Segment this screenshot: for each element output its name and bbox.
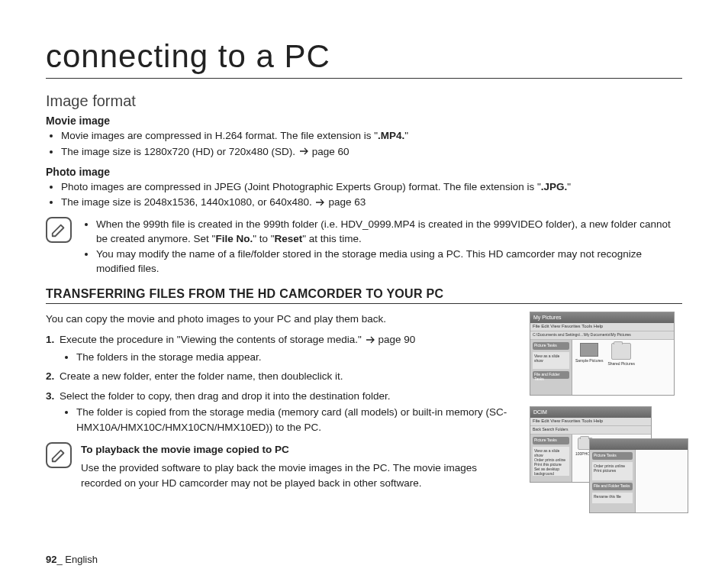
window-menubar: File Edit View Favorites Tools Help bbox=[530, 323, 674, 331]
window-titlebar: DCIM bbox=[530, 407, 651, 418]
text: " bbox=[567, 181, 571, 192]
photo-image-bullets: Photo images are compressed in JPEG (Joi… bbox=[46, 179, 682, 211]
screenshot-my-pictures: My Pictures File Edit View Favorites Too… bbox=[530, 312, 675, 396]
language-label: English bbox=[63, 554, 98, 565]
text: The image size is 1280x720 (HD) or 720x4… bbox=[61, 146, 298, 157]
bold-text: .MP4. bbox=[378, 130, 404, 141]
screenshot-stack: DCIM File Edit View Favorites Tools Help… bbox=[530, 406, 682, 536]
page-ref-arrow-icon bbox=[316, 196, 327, 211]
window-titlebar bbox=[590, 439, 688, 450]
movie-bullet-2: The image size is 1280x720 (HD) or 720x4… bbox=[61, 144, 682, 160]
page-footer: 92_ English bbox=[46, 554, 98, 565]
movie-image-label: Movie image bbox=[46, 115, 682, 127]
window-toolbar: Back Search Folders bbox=[530, 426, 651, 435]
sidebar-panel-header: Picture Tasks bbox=[533, 342, 569, 350]
text: When the 999th file is created in the 99… bbox=[96, 218, 671, 245]
separator: _ bbox=[56, 554, 62, 565]
thumbnail-icon bbox=[580, 343, 598, 357]
step-2: 2. Create a new folder, enter the folder… bbox=[46, 369, 516, 384]
step-num: 3. bbox=[46, 389, 54, 404]
note-content: To playback the movie image copied to PC… bbox=[81, 442, 516, 490]
playback-note-title: To playback the movie image copied to PC bbox=[81, 442, 516, 457]
sidebar-panel-header: File and Folder Tasks bbox=[592, 483, 633, 490]
sidebar-panel-header: Picture Tasks bbox=[592, 452, 633, 460]
transfer-intro: You can copy the movie and photo images … bbox=[46, 312, 516, 327]
task-item: View as a slide show bbox=[534, 448, 568, 457]
sidebar-panel-header: File and Folder Tasks bbox=[533, 371, 569, 379]
step-text: Create a new folder, enter the folder na… bbox=[60, 370, 343, 382]
note-item-2: You may modify the name of a file/folder… bbox=[96, 247, 682, 276]
note-pencil-icon bbox=[46, 217, 72, 243]
photo-bullet-2: The image size is 2048x1536, 1440x1080, … bbox=[61, 195, 682, 210]
photo-image-label: Photo image bbox=[46, 166, 682, 178]
page-ref-arrow-icon bbox=[300, 144, 311, 160]
note-box-2: To playback the movie image copied to PC… bbox=[46, 442, 516, 490]
sidebar-panel-body: Order prints online Print pictures bbox=[592, 462, 633, 480]
sidebar-panel-header: Picture Tasks bbox=[533, 437, 569, 444]
photo-bullet-1: Photo images are compressed in JPEG (Joi… bbox=[61, 179, 682, 195]
window-addressbar: C:\Documents and Settings\...\My Documen… bbox=[530, 331, 674, 340]
bold-text: .JPG. bbox=[541, 181, 568, 192]
explorer-main: Sample Pictures Shared Pictures bbox=[572, 340, 674, 395]
text: " bbox=[404, 130, 408, 141]
step-num: 1. bbox=[46, 332, 54, 347]
item-label: Sample Pictures bbox=[575, 358, 603, 363]
page-ref-arrow-icon bbox=[366, 333, 377, 348]
task-item: Print pictures bbox=[594, 468, 631, 473]
window-title: My Pictures bbox=[533, 315, 562, 320]
sidebar-panel-body: Rename this file bbox=[592, 493, 633, 503]
folder-icon bbox=[611, 343, 631, 360]
sidebar-panel-body: View as a slide show bbox=[533, 352, 569, 369]
text: Photo images are compressed in JPEG (Joi… bbox=[61, 181, 541, 192]
explorer-main bbox=[636, 450, 688, 512]
explorer-sidebar: Picture Tasks View as a slide show File … bbox=[530, 340, 572, 395]
item-label: Shared Pictures bbox=[607, 361, 635, 366]
step-3-sub: The folder is copied from the storage me… bbox=[76, 405, 516, 435]
bold-text: Reset bbox=[275, 233, 303, 244]
step-1-sub: The folders in the storage media appear. bbox=[76, 350, 516, 365]
page-ref: page 90 bbox=[378, 334, 416, 345]
window-title: DCIM bbox=[533, 409, 547, 415]
page-number: 92 bbox=[46, 554, 56, 565]
text: " to " bbox=[253, 233, 274, 244]
image-format-heading: Image format bbox=[46, 92, 682, 110]
text: " at this time. bbox=[302, 233, 362, 244]
page-title: connecting to a PC bbox=[46, 38, 682, 79]
step-1: 1. Execute the procedure in "Viewing the… bbox=[46, 332, 516, 364]
movie-bullet-1: Movie images are compressed in H.264 for… bbox=[61, 128, 682, 144]
explorer-sidebar: Picture Tasks Order prints online Print … bbox=[590, 450, 636, 512]
text: The image size is 2048x1536, 1440x1080, … bbox=[61, 196, 314, 208]
movie-image-bullets: Movie images are compressed in H.264 for… bbox=[46, 128, 682, 160]
step-3: 3. Select the folder to copy, then drag … bbox=[46, 389, 516, 435]
sidebar-panel-body: View as a slide show Order prints online… bbox=[533, 447, 569, 476]
task-item: Set as desktop background bbox=[534, 467, 568, 476]
text: Movie images are compressed in H.264 for… bbox=[61, 130, 378, 141]
task-item: Order prints online bbox=[534, 457, 568, 462]
window-titlebar: My Pictures bbox=[530, 312, 674, 323]
page-ref: page 60 bbox=[312, 146, 350, 157]
page-ref: page 63 bbox=[328, 196, 366, 208]
explorer-sidebar: Picture Tasks View as a slide show Order… bbox=[530, 435, 572, 482]
step-text: Select the folder to copy, then drag and… bbox=[60, 390, 391, 402]
transfer-steps: 1. Execute the procedure in "Viewing the… bbox=[46, 332, 516, 435]
note-content: When the 999th file is created in the 99… bbox=[81, 217, 682, 276]
note-pencil-icon bbox=[46, 442, 72, 468]
playback-note-body: Use the provided software to play back t… bbox=[81, 461, 516, 490]
transfer-heading: TRANSFERRING FILES FROM THE HD CAMCORDER… bbox=[46, 287, 682, 304]
window-menubar: File Edit View Favorites Tools Help bbox=[530, 418, 651, 426]
note-box-1: When the 999th file is created in the 99… bbox=[46, 217, 682, 276]
note-item-1: When the 999th file is created in the 99… bbox=[96, 217, 682, 247]
screenshot-overlap: Picture Tasks Order prints online Print … bbox=[589, 438, 688, 513]
task-item: Rename this file bbox=[594, 494, 631, 499]
bold-text: File No. bbox=[215, 233, 253, 244]
step-num: 2. bbox=[46, 369, 54, 384]
step-text: Execute the procedure in "Viewing the co… bbox=[60, 334, 365, 345]
